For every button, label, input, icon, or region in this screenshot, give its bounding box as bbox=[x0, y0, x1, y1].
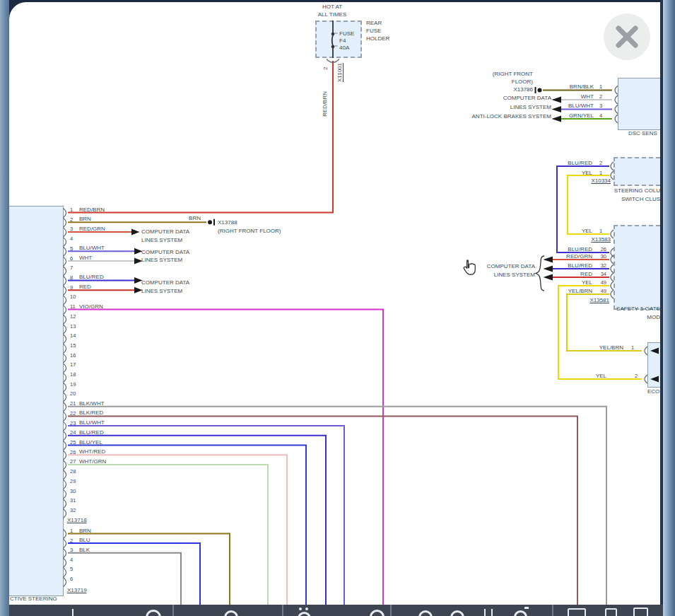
toolbar-separator bbox=[282, 605, 283, 616]
pin-number: 32 bbox=[70, 507, 76, 514]
system-label-1: COMPUTER DATA bbox=[141, 249, 189, 256]
pin-number: 8 bbox=[70, 274, 73, 281]
wire-label: BLU/WHT bbox=[79, 419, 105, 426]
pin-number: 7 bbox=[70, 265, 73, 272]
system-label-2: LINES SYSTEM bbox=[141, 288, 182, 295]
pin-number: 23 bbox=[70, 420, 76, 427]
pin-number: 30 bbox=[594, 253, 606, 260]
pin-number: 4 bbox=[70, 557, 73, 564]
hand-cursor-icon bbox=[460, 259, 477, 281]
wire-label: YEL bbox=[536, 279, 592, 286]
pin-number: 34 bbox=[594, 271, 606, 278]
connector-x13581: X13581 bbox=[564, 297, 609, 304]
details-arc-icon[interactable] bbox=[298, 612, 311, 616]
system-label-1: COMPUTER DATA bbox=[141, 279, 189, 286]
gateway-label-2: MOD bbox=[556, 314, 660, 321]
pin-number: 3 bbox=[70, 547, 73, 554]
left-scrollbar[interactable] bbox=[0, 0, 9, 616]
close-button[interactable] bbox=[603, 13, 651, 61]
fuse-id-label: F4 bbox=[339, 37, 346, 45]
wire-label: BRN bbox=[79, 528, 91, 535]
pin-number: 1 bbox=[599, 170, 602, 177]
zoom-window-icon[interactable] bbox=[146, 610, 161, 616]
pin-number: 2 bbox=[599, 160, 602, 167]
fuse-pin-number: 2 bbox=[322, 62, 329, 70]
pin-number: 26 bbox=[594, 246, 606, 253]
wire-label: VIO/GRN bbox=[79, 303, 103, 310]
connector-x13583: X13583 bbox=[565, 236, 611, 243]
system-label-1: COMPUTER DATA bbox=[469, 95, 551, 102]
wire-label: BRN bbox=[79, 216, 91, 223]
zoom-out-icon[interactable] bbox=[418, 610, 433, 616]
pin-number: 30 bbox=[70, 488, 76, 495]
pin-number: 6 bbox=[70, 255, 73, 262]
pin-number: 49 bbox=[594, 288, 606, 295]
holder-label-2: FUSE bbox=[366, 28, 381, 35]
pin-number: 6 bbox=[70, 576, 73, 583]
pan-icon[interactable] bbox=[224, 610, 238, 616]
pin-number: 14 bbox=[70, 332, 76, 339]
holder-label-3: HOLDER bbox=[366, 35, 389, 42]
pin-number: 24 bbox=[70, 429, 76, 436]
pin-number: 4 bbox=[70, 236, 73, 243]
pin-number: 49 bbox=[594, 279, 606, 286]
pin-number: 10 bbox=[70, 294, 76, 301]
grid-icon[interactable] bbox=[484, 609, 486, 616]
pin-number: 25 bbox=[70, 439, 76, 446]
pin-number: 27 bbox=[70, 458, 76, 465]
pin-number: 1 bbox=[599, 228, 602, 235]
connector-x13719: X13719 bbox=[67, 587, 87, 594]
dsc-box-label: DSC SENS bbox=[628, 130, 657, 137]
wire-label: BLK bbox=[79, 547, 90, 554]
abs-system-label: ANTI-LOCK BRAKES SYSTEM bbox=[424, 113, 551, 120]
grid-icon[interactable] bbox=[491, 609, 493, 616]
pin-number: 21 bbox=[70, 400, 76, 407]
pin-number: 2 bbox=[599, 93, 602, 100]
wire-label: BLU/RED bbox=[536, 246, 592, 253]
zoom-in-icon[interactable] bbox=[450, 610, 464, 616]
wire-label: WHT/RED bbox=[79, 448, 105, 455]
top-border bbox=[0, 0, 675, 2]
share-arrow-icon[interactable] bbox=[524, 607, 529, 609]
holder-label-1: REAR bbox=[366, 20, 382, 27]
dsc-location-2: FLOOR) bbox=[452, 79, 533, 86]
export-icon[interactable] bbox=[605, 608, 617, 616]
rear-fuse-holder-box bbox=[315, 21, 362, 58]
wiring-diagram-overlay: HOT AT ALL TIMES REAR FUSE HOLDER FUSE F… bbox=[0, 0, 675, 616]
pin-number: 12 bbox=[70, 313, 76, 320]
details-icon[interactable] bbox=[299, 608, 302, 610]
system-label-2: LINES SYSTEM bbox=[141, 237, 182, 244]
details-icon[interactable] bbox=[305, 608, 308, 610]
wire-label: BLU/RED bbox=[79, 429, 104, 436]
pin-number: 4 bbox=[599, 112, 602, 120]
save-icon[interactable] bbox=[568, 608, 586, 616]
pin-number: 26 bbox=[70, 449, 76, 456]
share-icon[interactable] bbox=[514, 610, 527, 616]
wire-label: RED bbox=[79, 284, 91, 291]
wire-label: WHT/GRN bbox=[79, 458, 106, 465]
ecu-module-label: CTIVE STEERING bbox=[10, 595, 57, 603]
wire-label: RED/GRN bbox=[79, 226, 105, 233]
pin-number: 5 bbox=[70, 245, 73, 252]
refresh-icon[interactable] bbox=[370, 610, 385, 616]
pin-number: 3 bbox=[599, 103, 602, 110]
splice-x13788-label: X13788 bbox=[218, 219, 237, 226]
pin-number: 22 bbox=[70, 410, 76, 417]
pin-number: 1 bbox=[599, 83, 602, 91]
pin-number: 1 bbox=[631, 344, 634, 351]
pin-number: 32 bbox=[594, 262, 606, 269]
toolbar-separator bbox=[552, 605, 553, 616]
wire-label: BLU/RED bbox=[79, 274, 104, 281]
dsc-location-1: (RIGHT FRONT bbox=[452, 71, 533, 78]
wire-label: RED bbox=[536, 271, 592, 278]
pin-number: 5 bbox=[70, 566, 73, 573]
pin-number: 2 bbox=[70, 537, 73, 545]
file-icon[interactable] bbox=[633, 608, 648, 616]
pin-number: 17 bbox=[70, 361, 76, 368]
pin-number: 31 bbox=[70, 497, 76, 504]
right-scrollbar[interactable] bbox=[663, 0, 675, 616]
cursor-icon[interactable] bbox=[72, 609, 74, 616]
close-icon bbox=[603, 13, 651, 61]
splice-wire-label: BRN bbox=[172, 215, 201, 222]
steering-label-2: SWITCH CLUS bbox=[577, 196, 660, 203]
